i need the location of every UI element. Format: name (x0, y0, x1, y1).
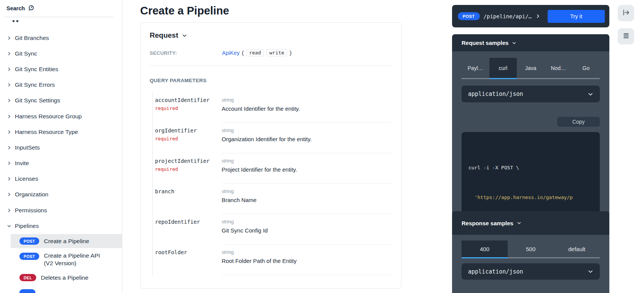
sidebar-item-invite[interactable]: Invite (0, 156, 122, 171)
paren-open: ( (242, 49, 244, 56)
post-method-badge: POST (19, 237, 39, 245)
response-content-type-select[interactable]: application/json (462, 263, 600, 280)
security-value: ApiKey ( read write ) (222, 49, 291, 56)
chevron-right-icon (7, 208, 11, 213)
tab-default[interactable]: default (554, 240, 600, 258)
sidebar-item-label: Git Branches (15, 35, 49, 41)
sidebar-item-git-branches[interactable]: Git Branches (0, 30, 122, 46)
try-it-button[interactable]: Try it (548, 10, 605, 23)
chevron-down-icon (588, 91, 593, 97)
security-scheme-link[interactable]: ApiKey (222, 50, 240, 56)
tab-payload[interactable]: Payl… (462, 58, 489, 79)
query-parameters-heading: QUERY PARAMETERS (150, 78, 392, 83)
layout-toggle-button[interactable] (618, 28, 634, 45)
param-type: string (222, 97, 392, 103)
chevron-down-icon (512, 41, 516, 45)
search-label: Search (6, 5, 25, 11)
param-name: projectIdentifier (155, 158, 222, 164)
main-content: Create a Pipeline Request SECURITY: ApiK… (140, 0, 401, 289)
param-name: repoIdentifier (155, 219, 222, 225)
paren-close: ) (289, 49, 291, 56)
sidebar: Search Git Branches Git Sync Git Sync En… (0, 0, 122, 293)
tab-nodejs[interactable]: Nod… (545, 58, 572, 79)
tab-go[interactable]: Go (572, 58, 600, 79)
parameter-row: projectIdentifier required string Projec… (153, 153, 392, 184)
request-samples-toggle[interactable]: Request samples (452, 34, 609, 51)
tab-java[interactable]: Java (517, 58, 545, 79)
sidebar-item-label: Harness Resource Type (15, 129, 78, 135)
param-name: rootFolder (155, 249, 222, 255)
pipelines-children: POST Create a Pipeline POST Create a Pip… (0, 234, 122, 281)
param-name: accountIdentifier (155, 97, 222, 103)
sidebar-item-pipelines[interactable]: Pipelines (0, 218, 122, 234)
sidebar-item-create-a-pipeline-v2[interactable]: POST Create a Pipeline API (V2 Version) (0, 252, 122, 267)
api-docs-page: Search Git Branches Git Sync Git Sync En… (0, 0, 644, 293)
page-title: Create a Pipeline (140, 5, 401, 17)
security-row: SECURITY: ApiKey ( read write ) (150, 50, 392, 56)
search-underline (4, 17, 113, 17)
tab-400[interactable]: 400 (462, 240, 508, 258)
sidebar-item-organization[interactable]: Organization (0, 187, 122, 202)
sidebar-item-harness-resource-type[interactable]: Harness Resource Type (0, 124, 122, 140)
sidebar-item-git-sync-settings[interactable]: Git Sync Settings (0, 93, 122, 108)
tab-curl[interactable]: curl (489, 58, 517, 79)
sidebar-item-harness-resource-group[interactable]: Harness Resource Group (0, 108, 122, 124)
sidebar-item-git-sync-entities[interactable]: Git Sync Entities (0, 61, 122, 77)
collapse-panel-button[interactable] (618, 5, 634, 21)
param-type: string (222, 219, 392, 225)
security-label: SECURITY: (150, 50, 222, 56)
sidebar-divider (122, 0, 122, 293)
sidebar-item-label: Licenses (15, 175, 38, 182)
sidebar-item-inputsets[interactable]: InputSets (0, 140, 122, 155)
chevron-right-icon (7, 192, 11, 197)
response-samples-panel: Response samples 400 500 default applica… (452, 211, 609, 293)
search-icon (28, 5, 35, 12)
param-description: Organization Identifier for the entity. (222, 135, 392, 143)
scope-badge-read: read (246, 49, 264, 56)
param-required-flag: required (155, 136, 222, 142)
chevron-right-icon (7, 36, 11, 40)
sidebar-item-label: Permissions (15, 207, 47, 214)
param-type: string (222, 188, 392, 194)
sidebar-item-licenses[interactable]: Licenses (0, 171, 122, 187)
sidebar-item-create-a-pipeline[interactable]: POST Create a Pipeline (11, 234, 122, 248)
parameter-row: repoIdentifier string Git Sync Config Id (153, 214, 392, 245)
sidebar-item-label: Pipelines (15, 223, 39, 229)
param-description: Project Identifier for the entity. (222, 166, 392, 173)
param-required-flag: required (155, 105, 222, 111)
chevron-right-icon (7, 114, 11, 119)
sidebar-item-deletes-a-pipeline[interactable]: DEL Deletes a Pipeline (0, 274, 122, 281)
layout-icon (622, 32, 630, 41)
search-input[interactable]: Search (6, 5, 35, 12)
response-samples-toggle[interactable]: Response samples (452, 211, 609, 235)
param-description: Git Sync Config Id (222, 227, 392, 234)
sidebar-item-git-sync[interactable]: Git Sync (0, 46, 122, 61)
chevron-right-icon (7, 98, 11, 103)
chevron-right-icon[interactable] (535, 14, 540, 19)
param-description: Branch Name (222, 196, 392, 204)
endpoint-path: /pipeline/api/… (484, 13, 532, 19)
chevron-right-icon (7, 145, 11, 150)
request-section-toggle[interactable]: Request (150, 31, 392, 40)
parameter-row: branch string Branch Name (153, 184, 392, 214)
sidebar-item-permissions[interactable]: Permissions (0, 202, 122, 218)
param-name: orgIdentifier (155, 127, 222, 134)
tab-500[interactable]: 500 (508, 240, 554, 258)
post-method-badge: POST (19, 253, 39, 260)
sidebar-item-label: Git Sync (15, 50, 37, 57)
content-type-select[interactable]: application/json (462, 86, 600, 102)
param-description: Account Identifier for the entity. (222, 105, 392, 112)
param-type: string (222, 158, 392, 164)
sidebar-item-label: Deletes a Pipeline (41, 274, 88, 281)
chevron-right-icon (7, 177, 11, 181)
response-code-tabs: 400 500 default (462, 240, 600, 258)
sidebar-item-label: InputSets (15, 144, 40, 151)
endpoint-bar: POST /pipeline/api/… Try it (452, 5, 609, 27)
scope-badge-write: write (266, 49, 287, 56)
chevron-down-icon (588, 269, 593, 274)
sidebar-item-label: Git Sync Errors (15, 81, 55, 88)
copy-button[interactable]: Copy (557, 117, 600, 127)
sidebar-nav: Git Branches Git Sync Git Sync Entities … (0, 30, 122, 234)
sidebar-item-git-sync-errors[interactable]: Git Sync Errors (0, 77, 122, 93)
chevron-down-icon (517, 221, 521, 225)
